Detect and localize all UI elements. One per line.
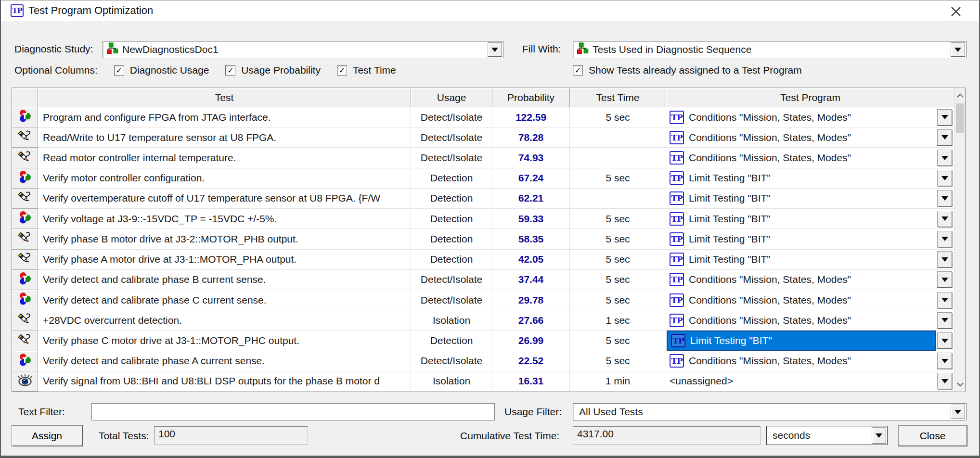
test-program-dropdown-button[interactable]	[937, 373, 952, 389]
row-type-button[interactable]	[12, 310, 38, 331]
table-row[interactable]: Verify overtemperature cutoff of U17 tem…	[12, 189, 954, 209]
table-row[interactable]: Program and configure FPGA from JTAG int…	[12, 107, 954, 127]
tp-icon: TP	[670, 151, 684, 165]
probability-cell: 122.59	[492, 107, 570, 127]
usage-filter-label: Usage Filter:	[504, 406, 562, 418]
test-program-combo[interactable]: TPConditions "Mission, States, Modes"	[666, 310, 936, 330]
test-program-combo[interactable]: TPLimit Testing "BIT"	[666, 168, 936, 188]
row-type-button[interactable]	[12, 209, 38, 229]
test-program-dropdown-button[interactable]	[937, 231, 952, 247]
time-units-value: seconds	[770, 430, 871, 441]
test-program-dropdown-button[interactable]	[937, 353, 952, 369]
test-program-dropdown-button[interactable]	[937, 109, 952, 126]
row-type-button[interactable]	[12, 371, 38, 392]
time-units-dropdown-button[interactable]	[872, 427, 886, 444]
test-program-dropdown-button[interactable]	[937, 332, 952, 349]
table-row[interactable]: +28VDC overcurrent detection. Isolation …	[12, 310, 954, 331]
diagnostic-usage-checkbox[interactable]: ✓	[114, 65, 124, 76]
fill-with-dropdown-button[interactable]	[951, 42, 965, 57]
tp-icon: TP	[670, 232, 684, 246]
test-program-combo[interactable]: TPConditions "Mission, States, Modes"	[666, 351, 936, 371]
usage-filter-dropdown-button[interactable]	[951, 405, 965, 419]
header-test-time[interactable]: Test Time	[570, 88, 666, 107]
time-units-combo[interactable]: seconds	[766, 426, 888, 445]
row-type-button[interactable]	[12, 290, 38, 310]
assign-button[interactable]: Assign	[12, 425, 83, 446]
header-usage[interactable]: Usage	[411, 88, 492, 107]
usage-probability-checkbox-group[interactable]: ✓ Usage Probability	[225, 64, 321, 76]
test-program-value: Conditions "Mission, States, Modes"	[689, 152, 851, 164]
table-row[interactable]: Verify detect and calibrate phase B curr…	[12, 270, 954, 290]
table-row[interactable]: Read/Write to U17 temperature sensor at …	[12, 127, 954, 148]
tp-icon: TP	[670, 191, 684, 205]
fill-with-combo[interactable]: Tests Used in Diagnostic Sequence	[573, 41, 967, 58]
test-time-checkbox[interactable]: ✓	[337, 65, 347, 76]
row-type-button[interactable]	[12, 189, 38, 209]
diagnostic-study-combo[interactable]: NewDiagnosticsDoc1	[103, 41, 503, 58]
top-controls-row: Diagnostic Study: NewDiagnosticsDoc1 Fil…	[0, 41, 980, 58]
test-program-combo[interactable]: TPConditions "Mission, States, Modes"	[666, 148, 936, 167]
test-program-combo[interactable]: TPLimit Testing "BIT"	[666, 209, 936, 229]
vertical-scrollbar[interactable]	[954, 88, 965, 392]
diagnostic-usage-checkbox-group[interactable]: ✓ Diagnostic Usage	[114, 64, 209, 76]
row-type-button[interactable]	[12, 148, 38, 168]
row-type-button[interactable]	[12, 270, 38, 290]
show-assigned-checkbox[interactable]: ✓	[573, 65, 583, 76]
test-program-combo[interactable]: TPConditions "Mission, States, Modes"	[666, 107, 936, 127]
usage-filter-combo[interactable]: All Used Tests	[573, 403, 967, 420]
text-filter-input[interactable]	[91, 403, 495, 420]
usage-cell: Detection	[411, 189, 492, 209]
table-row[interactable]: Verify phase C motor drive at J3-1::MOTO…	[12, 331, 954, 351]
tp-icon: TP	[670, 212, 684, 226]
test-time-cell	[570, 148, 666, 168]
test-program-dropdown-button[interactable]	[937, 150, 952, 166]
test-program-dropdown-button[interactable]	[937, 129, 952, 146]
row-type-button[interactable]	[12, 229, 38, 249]
test-program-value: Conditions "Mission, States, Modes"	[689, 315, 851, 326]
test-program-dropdown-button[interactable]	[937, 211, 952, 227]
row-type-button[interactable]	[12, 107, 38, 127]
row-type-button[interactable]	[12, 250, 38, 270]
table-row[interactable]: Verify voltage at J3-9::-15VDC_TP = -15V…	[12, 209, 954, 229]
table-row[interactable]: Verify detect and calibrate phase A curr…	[12, 351, 954, 371]
test-program-dropdown-button[interactable]	[937, 292, 952, 308]
test-program-combo[interactable]: TPLimit Testing "BIT"	[666, 189, 936, 208]
test-program-combo[interactable]: TPConditions "Mission, States, Modes"	[666, 270, 936, 290]
table-row[interactable]: Verify phase A motor drive at J3-1::MOTO…	[12, 250, 954, 270]
row-type-button[interactable]	[12, 331, 38, 351]
test-time-checkbox-group[interactable]: ✓ Test Time	[337, 64, 396, 76]
row-type-button[interactable]	[12, 351, 38, 371]
test-program-combo[interactable]: TPConditions "Mission, States, Modes"	[666, 127, 936, 147]
test-program-dropdown-button[interactable]	[937, 190, 952, 206]
header-probability[interactable]: Probability	[492, 88, 570, 107]
table-row[interactable]: Verify detect and calibrate phase C curr…	[12, 290, 954, 310]
scrollbar-thumb[interactable]	[956, 103, 964, 133]
test-program-dropdown-button[interactable]	[937, 312, 952, 329]
header-test[interactable]: Test	[38, 88, 411, 107]
tp-icon: TP	[670, 253, 684, 266]
tp-icon: TP	[670, 273, 684, 286]
test-program-combo[interactable]: TPLimit Testing "BIT"	[667, 331, 936, 350]
row-type-button[interactable]	[12, 127, 38, 148]
test-program-combo[interactable]: TPLimit Testing "BIT"	[666, 229, 936, 249]
test-time-cell: 5 sec	[570, 331, 666, 351]
diagnostic-study-dropdown-button[interactable]	[488, 42, 502, 57]
usage-probability-checkbox[interactable]: ✓	[225, 65, 235, 76]
close-button[interactable]: Close	[898, 425, 967, 446]
test-program-dropdown-button[interactable]	[937, 170, 952, 186]
row-type-button[interactable]	[12, 168, 38, 189]
scrollbar-up-button[interactable]	[955, 88, 965, 102]
test-program-dropdown-button[interactable]	[937, 271, 952, 288]
table-row[interactable]: Verify motor controller configuration. D…	[12, 168, 954, 189]
close-window-button[interactable]	[947, 4, 965, 19]
test-program-combo[interactable]: <unassigned>	[666, 371, 936, 391]
table-row[interactable]: Read motor controller internal temperatu…	[12, 148, 954, 168]
test-program-combo[interactable]: TPConditions "Mission, States, Modes"	[666, 290, 936, 310]
table-row[interactable]: Verify signal from U8::BHI and U8:BLI DS…	[12, 371, 954, 392]
table-row[interactable]: Verify phase B motor drive at J3-2::MOTO…	[12, 229, 954, 249]
header-test-program[interactable]: Test Program	[666, 88, 954, 107]
test-program-dropdown-button[interactable]	[937, 251, 952, 267]
test-program-combo[interactable]: TPLimit Testing "BIT"	[666, 250, 936, 269]
dropdown-arrow-icon	[941, 176, 948, 180]
scrollbar-down-button[interactable]	[955, 377, 965, 392]
